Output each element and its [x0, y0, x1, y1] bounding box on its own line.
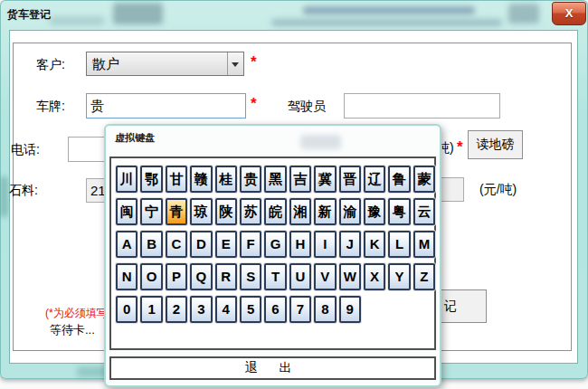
key-4[interactable]: 4: [215, 296, 237, 323]
key-皖[interactable]: 皖: [264, 198, 286, 225]
key-Z[interactable]: Z: [413, 263, 435, 290]
key-宁[interactable]: 宁: [140, 198, 162, 225]
required-note: (*为必须填写: [45, 306, 108, 321]
key-豫[interactable]: 豫: [364, 198, 385, 225]
key-L[interactable]: L: [388, 231, 410, 258]
plate-input[interactable]: [86, 93, 246, 119]
register-button[interactable]: 记: [437, 289, 487, 323]
key-T[interactable]: T: [264, 263, 286, 290]
keyboard-row: NOPQRSTUVWXYZ: [116, 263, 434, 290]
keyboard-row: 川鄂甘赣桂贵黑吉冀晋辽鲁蒙: [116, 166, 434, 193]
key-B[interactable]: B: [140, 231, 162, 258]
key-J[interactable]: J: [339, 231, 361, 258]
key-贵[interactable]: 贵: [240, 166, 261, 193]
key-晋[interactable]: 晋: [339, 166, 361, 193]
keyboard-row: ABCDEFGHIJKLM: [116, 231, 434, 258]
weight-required-mark: *: [457, 138, 463, 157]
stone-label: 石料:: [9, 183, 38, 199]
customer-dropdown-value: 散户: [92, 56, 119, 73]
key-赣[interactable]: 赣: [190, 166, 212, 193]
key-A[interactable]: A: [116, 231, 138, 258]
key-V[interactable]: V: [314, 263, 336, 290]
key-6[interactable]: 6: [264, 296, 286, 323]
key-F[interactable]: F: [240, 231, 261, 258]
customer-label: 客户:: [36, 57, 65, 73]
key-D[interactable]: D: [190, 231, 212, 258]
key-甘[interactable]: 甘: [166, 166, 187, 193]
chevron-down-icon: [232, 62, 239, 67]
key-冀[interactable]: 冀: [314, 166, 336, 193]
glass-blur-blob: [113, 3, 163, 24]
key-粤[interactable]: 粤: [388, 198, 410, 225]
key-R[interactable]: R: [215, 263, 237, 290]
key-M[interactable]: M: [413, 231, 435, 258]
keyboard-key-panel: 川鄂甘赣桂贵黑吉冀晋辽鲁蒙闽宁青琼陕苏皖湘新渝豫粤云ABCDEFGHIJKLMN…: [109, 157, 436, 350]
key-N[interactable]: N: [116, 263, 138, 290]
key-S[interactable]: S: [240, 263, 261, 290]
key-苏[interactable]: 苏: [240, 198, 261, 225]
key-I[interactable]: I: [314, 231, 336, 258]
key-湘[interactable]: 湘: [289, 198, 311, 225]
price-unit-label: (元/吨): [479, 182, 517, 198]
virtual-keyboard-title: 虚拟键盘: [115, 131, 155, 145]
key-蒙[interactable]: 蒙: [413, 166, 435, 193]
key-7[interactable]: 7: [289, 296, 311, 323]
key-U[interactable]: U: [289, 263, 311, 290]
key-川[interactable]: 川: [116, 166, 138, 193]
phone-label: 电话:: [11, 142, 40, 158]
driver-label: 驾驶员: [288, 99, 326, 115]
key-琼[interactable]: 琼: [190, 198, 212, 225]
key-鄂[interactable]: 鄂: [140, 166, 162, 193]
virtual-keyboard-dialog: 虚拟键盘 川鄂甘赣桂贵黑吉冀晋辽鲁蒙闽宁青琼陕苏皖湘新渝豫粤云ABCDEFGHI…: [104, 124, 441, 387]
key-9[interactable]: 9: [339, 296, 361, 323]
glass-blur-blob: [50, 16, 104, 25]
read-scale-button[interactable]: 读地磅: [468, 130, 523, 159]
key-G[interactable]: G: [264, 231, 286, 258]
key-X[interactable]: X: [364, 263, 385, 290]
key-K[interactable]: K: [364, 231, 385, 258]
glass-blur-blob: [271, 19, 502, 26]
waiting-card-status: 等待卡...: [50, 322, 95, 338]
key-桂[interactable]: 桂: [215, 166, 237, 193]
glass-blur-blob: [303, 6, 475, 14]
key-2[interactable]: 2: [166, 296, 187, 323]
key-Q[interactable]: Q: [190, 263, 212, 290]
key-新[interactable]: 新: [314, 198, 336, 225]
key-鲁[interactable]: 鲁: [388, 166, 410, 193]
key-渝[interactable]: 渝: [339, 198, 361, 225]
plate-label: 车牌:: [36, 99, 65, 115]
key-O[interactable]: O: [140, 263, 162, 290]
driver-input[interactable]: [344, 93, 500, 119]
key-5[interactable]: 5: [240, 296, 261, 323]
close-button[interactable]: X: [552, 2, 586, 25]
window-title: 货车登记: [7, 7, 51, 23]
key-黑[interactable]: 黑: [264, 166, 286, 193]
key-0[interactable]: 0: [116, 296, 138, 323]
keyboard-row: 0123456789: [116, 296, 434, 323]
keyboard-exit-button[interactable]: 退 出: [109, 356, 436, 380]
key-8[interactable]: 8: [314, 296, 336, 323]
screen: 货车登记 X 客户: 散户 * 车牌: * 驾驶员 电话: 吨) * 读地磅 石…: [0, 0, 588, 389]
key-H[interactable]: H: [289, 231, 311, 258]
glass-blur-blob: [0, 176, 8, 217]
key-Y[interactable]: Y: [388, 263, 410, 290]
key-C[interactable]: C: [166, 231, 187, 258]
plate-required-mark: *: [251, 95, 257, 113]
glass-blur-blob: [300, 135, 341, 149]
key-陕[interactable]: 陕: [215, 198, 237, 225]
customer-dropdown[interactable]: 散户: [86, 52, 244, 76]
key-云[interactable]: 云: [413, 198, 435, 225]
key-闽[interactable]: 闽: [116, 198, 138, 225]
key-吉[interactable]: 吉: [289, 166, 311, 193]
key-1[interactable]: 1: [140, 296, 162, 323]
keyboard-row: 闽宁青琼陕苏皖湘新渝豫粤云: [116, 198, 434, 225]
key-E[interactable]: E: [215, 231, 237, 258]
dropdown-arrow-box[interactable]: [227, 52, 243, 75]
key-青[interactable]: 青: [166, 198, 187, 225]
customer-required-mark: *: [251, 53, 257, 71]
glass-blur-blob: [508, 4, 539, 24]
key-辽[interactable]: 辽: [364, 166, 385, 193]
key-P[interactable]: P: [166, 263, 187, 290]
key-3[interactable]: 3: [190, 296, 212, 323]
key-W[interactable]: W: [339, 263, 361, 290]
